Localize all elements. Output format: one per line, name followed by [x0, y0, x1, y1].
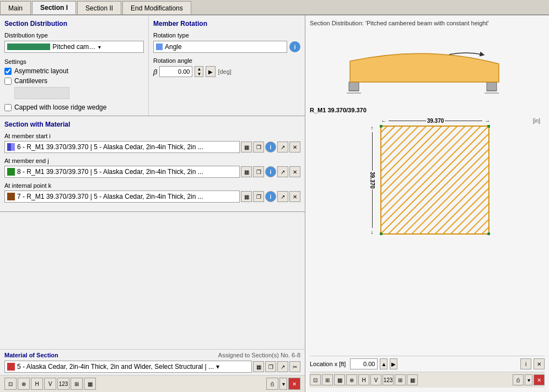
right-toolbar-select-button[interactable]: ⊡: [310, 374, 321, 385]
section-diagram-wrapper: ← 39.370 → ↑ 39.370 ↓: [364, 118, 490, 235]
material-of-section-title: Material of Section: [4, 352, 58, 358]
angle-spinner[interactable]: ▲ ▼: [195, 66, 203, 77]
svg-rect-0: [349, 82, 359, 91]
bottom-toolbar: ⊡ ⊕ H V 123 ⊞ ▦ ⎙ ▾ ✕: [0, 375, 305, 392]
right-toolbar-h-button[interactable]: H: [358, 374, 369, 385]
capped-checkbox[interactable]: [4, 104, 12, 111]
toolbar-numbers-button[interactable]: 123: [57, 378, 69, 390]
material-open-button[interactable]: ↗: [277, 361, 288, 372]
material-scissors-button[interactable]: ✂: [289, 361, 300, 372]
right-toolbar-v-button[interactable]: V: [370, 374, 381, 385]
angle-apply-button[interactable]: ▶: [206, 66, 216, 77]
section-with-material-panel: Section with Material At member start i …: [0, 116, 305, 212]
member-end-export-button[interactable]: ↗: [277, 166, 288, 177]
toolbar-grid2-button[interactable]: ▦: [84, 378, 96, 390]
toolbar-close-button[interactable]: ✕: [288, 378, 300, 390]
distribution-type-dropdown[interactable]: Pitched cambered beam with constant... ▾: [4, 41, 144, 53]
tab-section-ii[interactable]: Section II: [77, 1, 121, 14]
angle-row: β ▲ ▼ ▶ [deg]: [153, 66, 300, 77]
bottom-controls: Location x [ft] ▲ ▶ i ✕: [310, 356, 545, 372]
member-start-delete-button[interactable]: ✕: [289, 141, 300, 153]
toolbar-text-h-button[interactable]: H: [31, 378, 43, 390]
toolbar-zoom-button[interactable]: ⊕: [18, 378, 30, 390]
right-toolbar-numbers-button[interactable]: 123: [383, 374, 394, 385]
toolbar-select-button[interactable]: ⊡: [4, 378, 17, 390]
member-start-table-button[interactable]: ▦: [241, 141, 252, 153]
capped-label: Capped with loose ridge wedge: [14, 104, 106, 111]
member-end-table-button[interactable]: ▦: [241, 166, 252, 177]
toolbar-grid-button[interactable]: ⊞: [71, 378, 83, 390]
cantilevers-checkbox[interactable]: [4, 78, 12, 85]
internal-point-info-button[interactable]: i: [265, 191, 276, 202]
section-diagram-body: ↑ 39.370 ↓: [364, 125, 490, 235]
right-toolbar-table-button[interactable]: ▦: [334, 374, 345, 385]
capped-row: Capped with loose ridge wedge: [4, 104, 144, 111]
material-table-button[interactable]: ▦: [253, 361, 264, 372]
internal-point-export-button[interactable]: ↗: [277, 191, 288, 202]
at-member-end-color: [7, 168, 15, 176]
right-toolbar-close-button[interactable]: ✕: [534, 374, 545, 385]
dim-top-line2: [445, 121, 482, 121]
rotation-type-info-button[interactable]: i: [289, 41, 300, 52]
angle-input[interactable]: [159, 66, 192, 77]
location-label: Location x [ft]: [310, 361, 346, 367]
cross-section-label: R_M1 39.370/39.370: [310, 107, 545, 113]
right-bottom-toolbar: ⊡ ⊞ ▦ ⊕ H V 123 ⊞ ▦ ⎙ ▾ ✕: [310, 372, 545, 388]
toolbar-print-dropdown-button[interactable]: ▾: [279, 378, 287, 390]
internal-point-table-button[interactable]: ▦: [241, 191, 252, 202]
location-input[interactable]: [350, 358, 378, 369]
member-start-info-button[interactable]: i: [265, 141, 276, 153]
right-toolbar-grid2-button[interactable]: ▦: [407, 374, 418, 385]
angle-increment-button[interactable]: ▲: [195, 67, 203, 72]
section-square-svg: [380, 125, 490, 235]
right-toolbar-zoom-button[interactable]: ⊕: [346, 374, 357, 385]
internal-point-delete-button[interactable]: ✕: [289, 191, 300, 202]
location-spinner-up[interactable]: ▲: [380, 358, 387, 369]
at-internal-point-field-row: 7 - R_M1 39.370/39.370 | 5 - Alaska Ceda…: [4, 190, 300, 203]
internal-point-copy-button[interactable]: ❐: [253, 191, 264, 202]
member-end-delete-button[interactable]: ✕: [289, 166, 300, 177]
main-content: Section Distribution Distribution type P…: [0, 15, 549, 392]
at-member-start-field: 6 - R_M1 39.370/39.370 | 5 - Alaska Ceda…: [4, 141, 240, 153]
tab-bar: Main Section I Section II End Modificati…: [0, 0, 549, 15]
at-member-end-field: 8 - R_M1 39.370/39.370 | 5 - Alaska Ceda…: [4, 166, 240, 178]
member-end-info-button[interactable]: i: [265, 166, 276, 177]
right-export-button[interactable]: ✕: [534, 358, 545, 369]
at-member-end-row: At member end j 8 - R_M1 39.370/39.370 |…: [4, 157, 300, 178]
member-rotation-title: Member Rotation: [153, 20, 300, 28]
material-of-section-value: 5 - Alaska Cedar, 2in-4in Thick, 2in and…: [17, 363, 214, 371]
dimension-height-value: 39.370: [369, 172, 375, 189]
right-toolbar-print-dropdown[interactable]: ▾: [525, 374, 532, 385]
asymmetric-layout-row: Asymmetric layout: [4, 67, 144, 75]
material-copy-button[interactable]: ❐: [265, 361, 276, 372]
right-toolbar-grid-button[interactable]: ⊞: [395, 374, 406, 385]
material-of-section-field: 5 - Alaska Cedar, 2in-4in Thick, 2in and…: [4, 361, 252, 373]
tab-main[interactable]: Main: [0, 1, 31, 14]
right-toolbar-print-button[interactable]: ⎙: [513, 374, 524, 385]
toolbar-print-button[interactable]: ⎙: [266, 378, 278, 390]
at-member-start-field-row: 6 - R_M1 39.370/39.370 | 5 - Alaska Ceda…: [4, 141, 300, 153]
dim-left-line2: [372, 189, 373, 228]
member-end-copy-button[interactable]: ❐: [253, 166, 264, 177]
section-with-material-title: Section with Material: [4, 121, 300, 128]
distribution-type-color: [7, 43, 50, 50]
member-start-export-button[interactable]: ↗: [277, 141, 288, 153]
beam-svg: [339, 34, 515, 100]
member-start-copy-button[interactable]: ❐: [253, 141, 264, 153]
svg-rect-3: [487, 82, 497, 91]
toolbar-text-v-button[interactable]: V: [44, 378, 56, 390]
tab-section-i[interactable]: Section I: [32, 1, 76, 14]
dropdown-arrow-icon: ▾: [98, 44, 141, 50]
right-info-button[interactable]: i: [520, 358, 531, 369]
angle-unit: [deg]: [218, 68, 231, 75]
asymmetric-layout-checkbox[interactable]: [4, 68, 12, 75]
at-member-end-label: At member end j: [4, 157, 300, 164]
material-of-section-assigned: Assigned to Section(s) No. 6-8: [58, 352, 300, 358]
dimension-width-row: ← 39.370 →: [381, 118, 490, 124]
beta-symbol: β: [153, 68, 157, 76]
tab-end-modifications[interactable]: End Modifications: [122, 1, 191, 14]
location-spinner-down[interactable]: ▶: [390, 358, 397, 369]
distribution-type-value: Pitched cambered beam with constant...: [52, 43, 95, 51]
angle-decrement-button[interactable]: ▼: [195, 72, 203, 77]
right-toolbar-copy-button[interactable]: ⊞: [322, 374, 333, 385]
